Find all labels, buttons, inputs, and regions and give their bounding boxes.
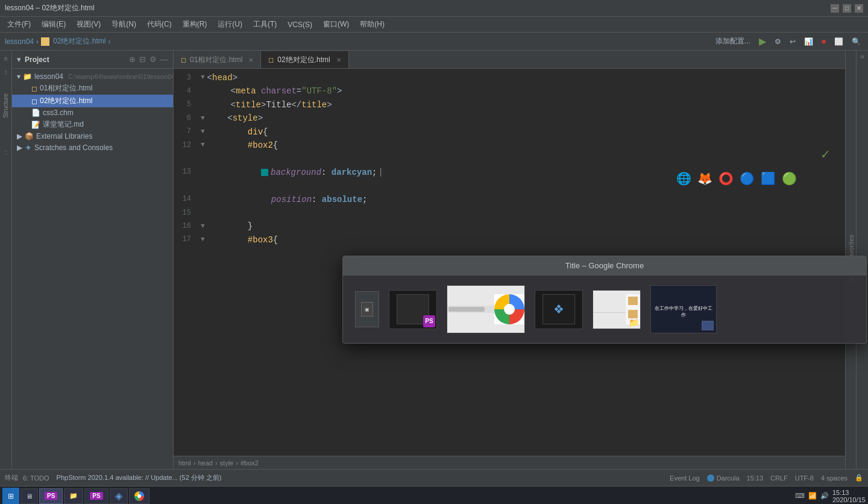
code-line-6: 6 ▼ <style> [174, 112, 845, 125]
project-icon[interactable]: ≡ [2, 53, 9, 64]
event-log-button[interactable]: Event Log [670, 474, 700, 482]
taskbar: ⊞ 🖥 PS 📁 PS ◈ ⌨ 📶 🔊 15:132020/10/15 [0, 486, 868, 504]
panel-split-icon[interactable]: ⊟ [139, 55, 146, 64]
layout-button[interactable]: ⬜ [832, 36, 846, 47]
tree-external[interactable]: ▶ 📦 External Libraries [12, 131, 173, 142]
tree-file-notes[interactable]: 📝 课堂笔记.md [12, 118, 173, 131]
popup-small-icon[interactable]: ▣ [355, 291, 379, 327]
start-button[interactable]: ⊞ [2, 488, 19, 505]
tree-file-01[interactable]: ◻ 01相对定位.html [12, 82, 173, 95]
taskbar-app-0[interactable]: 🖥 [20, 488, 38, 504]
debug-button[interactable]: ↩ [787, 36, 798, 47]
popup-thumb-icon-left: ▣ [355, 291, 379, 327]
add-config-button[interactable]: 添加配置... [713, 35, 753, 48]
status-left: 终端 6: TODO [5, 473, 49, 482]
project-panel: ▾ Project ⊕ ⊟ ⚙ — ▾ 📁 lesson04 C:\wamp64… [12, 51, 174, 469]
menu-refactor[interactable]: 重构(R) [178, 18, 212, 31]
chrome-browser-icon[interactable]: 🌐 [676, 171, 691, 186]
panel-settings-icon[interactable]: ⚙ [149, 55, 157, 64]
code-line-12: 12 ▼ #box2{ [174, 139, 845, 152]
tree-file-css3[interactable]: 📄 css3.chm [12, 107, 173, 118]
search-button[interactable]: 🔍 [849, 36, 863, 47]
firefox-browser-icon[interactable]: 🦊 [697, 171, 712, 186]
commit-icon[interactable]: ↕ [2, 66, 10, 77]
menu-file[interactable]: 文件(F) [2, 18, 36, 31]
thumb-ide-dark[interactable]: PS [389, 290, 437, 329]
tab-01-close[interactable]: ✕ [248, 57, 253, 63]
taskbar-app-vscode[interactable]: ◈ [110, 488, 128, 504]
safari-browser-icon[interactable]: 🟦 [761, 171, 776, 186]
line-ending[interactable]: CRLF [770, 474, 788, 482]
tab-01[interactable]: ◻ 01相对定位.html ✕ [174, 51, 261, 68]
menu-navigate[interactable]: 导航(N) [107, 18, 141, 31]
popup-thumb-1[interactable]: PS [389, 290, 437, 329]
panel-header-icons: ⊕ ⊟ ⚙ — [129, 55, 168, 64]
tree-root[interactable]: ▾ 📁 lesson04 C:\wamp64\www\online\01\les… [12, 71, 173, 82]
tree-external-name: External Libraries [36, 132, 92, 140]
menu-window[interactable]: 窗口(W) [318, 18, 354, 31]
thumb-chrome[interactable] [447, 285, 525, 333]
taskbar-right: ⌨ 📶 🔊 15:132020/10/15 [795, 489, 866, 503]
popup-thumb-2[interactable] [447, 285, 525, 333]
nav-bar: lesson04 › 02绝对定位.html › 添加配置... ▶ ⚙ ↩ 📊… [0, 33, 868, 51]
popup-thumb-5[interactable]: 在工作中学习，在爱好中工作 [650, 285, 717, 333]
minimize-button[interactable]: ─ [831, 4, 839, 13]
menu-help[interactable]: 帮助(H) [355, 18, 389, 31]
menu-code[interactable]: 代码(C) [142, 18, 177, 31]
tab-01-name: 01相对定位.html [190, 55, 242, 65]
edge-browser-icon[interactable]: 🟢 [782, 171, 797, 186]
tree-root-arrow: ▾ [17, 72, 20, 81]
menu-vcs[interactable]: VCS(S) [283, 19, 317, 30]
volume-icon: 🔊 [820, 492, 829, 500]
terminal-button[interactable]: 终端 [5, 473, 18, 482]
coverage-button[interactable]: 📊 [802, 36, 816, 47]
taskbar-clock: 15:132020/10/15 [832, 489, 866, 503]
taskbar-app-phpstorm[interactable]: PS [39, 488, 63, 504]
indent[interactable]: 4 spaces [821, 474, 848, 482]
status-right: Event Log Darcula 15:13 CRLF UTF-8 4 spa… [670, 474, 863, 482]
taskbar-app-chrome[interactable] [129, 488, 149, 504]
vscode-icon: ◈ [115, 490, 122, 502]
taskbar-app-files[interactable]: 📁 [64, 488, 83, 504]
todo-button[interactable]: 6: TODO [23, 474, 49, 482]
right-panel-icon[interactable]: ≡ [857, 53, 868, 60]
tab-02[interactable]: ◻ 02绝对定位.html ✕ [261, 51, 348, 68]
code-line-3: 3 ▼ <head> [174, 71, 845, 84]
ie-browser-icon[interactable]: 🔵 [740, 171, 755, 186]
build-button[interactable]: ⚙ [772, 36, 784, 47]
external-icon: 📦 [25, 132, 34, 140]
menu-run[interactable]: 运行(U) [213, 18, 247, 31]
menu-view[interactable]: 视图(V) [72, 18, 105, 31]
breadcrumb-style: style [220, 459, 234, 467]
popup-thumb-3[interactable]: ❖ [535, 290, 583, 329]
breadcrumb-file[interactable]: 02绝对定位.html [53, 36, 105, 46]
thumb-explorer[interactable]: 📁 [593, 290, 641, 329]
tree-root-name: lesson04 [34, 72, 63, 81]
breadcrumb-box2: #box2 [241, 459, 259, 467]
opera-browser-icon[interactable]: ⭕ [719, 171, 734, 186]
panel-close-icon[interactable]: — [160, 55, 168, 64]
menu-edit[interactable]: 编辑(E) [37, 18, 71, 31]
stop-button[interactable]: ■ [819, 36, 828, 47]
tree-scratches[interactable]: ▶ ✦ Scratches and Consoles [12, 142, 173, 154]
tree-file-css3-name: css3.chm [43, 109, 74, 117]
encoding[interactable]: UTF-8 [795, 474, 814, 482]
popup-thumb-4[interactable]: 📁 [593, 290, 641, 329]
lock-icon: 🔒 [855, 474, 863, 482]
network-icon: 📶 [808, 492, 817, 500]
menu-tools[interactable]: 工具(T) [248, 18, 281, 31]
theme-selector[interactable]: Darcula [707, 474, 740, 482]
taskbar-app-phpstorm2[interactable]: PS [84, 488, 108, 504]
breadcrumb-lesson04[interactable]: lesson04 [5, 37, 34, 46]
tree-file-01-name: 01相对定位.html [40, 83, 92, 93]
run-button[interactable]: ▶ [756, 34, 769, 48]
hierarchy-icon[interactable]: :: [2, 146, 9, 157]
code-line-5: 5 <title>Title</title> [174, 98, 845, 112]
thumb-taskman[interactable]: 在工作中学习，在爱好中工作 [650, 285, 717, 333]
thumb-vscode[interactable]: ❖ [535, 290, 583, 329]
maximize-button[interactable]: □ [843, 4, 851, 13]
tab-02-close[interactable]: ✕ [336, 57, 341, 63]
panel-add-icon[interactable]: ⊕ [129, 55, 136, 64]
tree-file-02[interactable]: ◻ 02绝对定位.html [12, 95, 173, 107]
close-button[interactable]: ✕ [855, 4, 863, 13]
